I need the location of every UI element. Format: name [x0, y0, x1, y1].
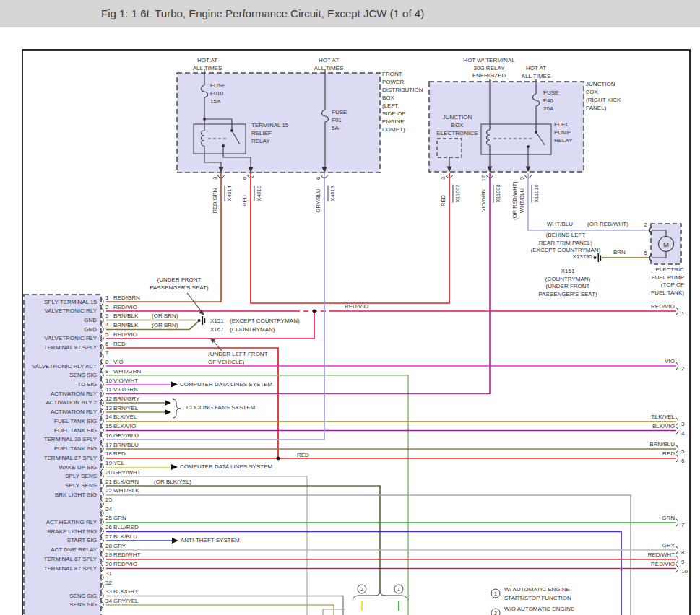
left-pin-number: 1	[105, 295, 108, 301]
left-pin-number: 15	[105, 423, 112, 429]
text-label: (OR RED/WHT)	[587, 221, 628, 227]
left-pin-number: 24	[105, 506, 112, 512]
wire-row-11	[106, 173, 490, 394]
top-wire-color-label: RED	[440, 195, 446, 206]
wire-color-label: BRN/BLK	[113, 322, 138, 328]
text-label: RED/VIO	[345, 303, 368, 310]
right-pin-arc	[676, 418, 678, 425]
wire-color-label: BRN/GRY	[113, 396, 139, 402]
text-label: (COUNTRYMAN)	[230, 326, 275, 333]
wire-color-label: BLK/GRN	[113, 479, 139, 485]
right-pin-arc	[676, 445, 678, 453]
text-line: FUEL PUMP	[652, 274, 685, 281]
text-line: REAR TRIM PANEL)	[539, 240, 592, 246]
wire-color-label: YEL	[113, 460, 124, 466]
text-line: HOT AT	[197, 57, 217, 64]
text-line: (BEHIND LEFT	[546, 232, 586, 238]
arrowhead	[199, 310, 205, 316]
left-pin-number: 13	[105, 405, 112, 411]
left-pin-number: 2	[105, 304, 108, 310]
left-pin-number: 31	[105, 570, 112, 577]
contact-dot	[230, 129, 233, 132]
right-pin-arc	[676, 556, 678, 563]
top-pin-number: 3	[440, 177, 446, 180]
text-line: OF VEHICLE)	[208, 359, 244, 365]
contact-dot	[222, 144, 225, 147]
text-line: X151	[561, 268, 575, 274]
left-pin-number: 9	[105, 368, 108, 375]
wire-junction-dot-red	[277, 457, 280, 461]
left-connector-label: VALVETRONIC RLY	[45, 308, 97, 314]
x151-splice-bar	[202, 316, 204, 325]
top-pin-number: 3	[212, 177, 218, 180]
text-line: ENGINE	[382, 118, 405, 125]
left-connector-label: ACT HEATING RLY	[46, 519, 97, 525]
right-pin-wire-label: GRN	[662, 515, 675, 521]
wire-color-label: BRN/BLU	[113, 442, 139, 448]
wire-color-label: BRN/YEL	[113, 405, 138, 411]
left-pin-number: 32	[105, 580, 112, 586]
wire-color-label: GRY/YEL	[113, 598, 139, 604]
right-pin-arc	[676, 565, 678, 572]
text-label: X167	[210, 326, 224, 333]
text-line: FUSE	[543, 90, 558, 96]
system-ref-arrow	[165, 400, 171, 406]
left-connector-label: GND	[84, 317, 97, 323]
left-connector-label: FUEL TANK SIG	[54, 427, 97, 434]
wire-color-label: BLU/RED	[113, 524, 139, 531]
wire-color-label: RED/GRN	[113, 295, 140, 301]
wire-color-label: VIO	[113, 359, 124, 365]
right-pin-wire-label: RED/WHT	[648, 551, 675, 558]
wire-color-label: GRY	[113, 543, 126, 549]
x13795-splice-bar	[600, 256, 601, 261]
left-connector-label: WAKE UP SIG	[59, 464, 97, 471]
text-line: PANEL)	[586, 105, 606, 111]
left-connector-label: ACTIVATION RLY	[51, 409, 97, 415]
x151-splice-bar	[204, 318, 205, 324]
top-pin-number: 9	[519, 177, 525, 180]
wire-alt-note: (OR BRN)	[152, 322, 178, 328]
text-label: WHT/BLU	[547, 221, 573, 227]
wire-color-label: BLK/YEL	[113, 414, 137, 420]
left-pin-number: 16	[105, 432, 112, 439]
text-label: X151	[210, 318, 224, 324]
left-connector-label: TERMINAL 30 SPLY	[44, 436, 97, 442]
text-line: 15A	[210, 98, 220, 105]
left-connector-label: VALVETRONIC RLY ACT	[32, 363, 97, 370]
left-pin-number: 5	[105, 331, 108, 338]
wire-color-label: RED/VIO	[113, 561, 137, 567]
system-ref-label: COMPUTER DATA LINES SYSTEM	[180, 381, 272, 388]
right-pin-number: 10	[681, 568, 688, 575]
text-line: 20A	[543, 105, 553, 112]
wire-color-label: WHT/GRN	[113, 368, 141, 375]
text-label: BRN	[613, 249, 626, 256]
junction-dot	[203, 118, 206, 121]
red-terminal87-rail	[251, 173, 449, 303]
wire-color-label: BRN/BLK	[113, 313, 138, 319]
wire-color-label: RED/WHT	[113, 551, 140, 558]
left-connector-label: TERMINAL 87 SPLY	[44, 455, 97, 461]
left-pin-number: 18	[105, 450, 112, 457]
text-line: F01	[332, 117, 342, 123]
left-pin-number: 20	[105, 469, 112, 476]
left-connector-label: FUEL TANK SIG	[54, 445, 97, 452]
right-pin-number: 1	[681, 310, 684, 317]
right-pin-arc	[676, 455, 678, 462]
right-pin-wire-label: RED	[662, 450, 675, 457]
left-connector-label: TERMINAL 87 SPLY	[44, 556, 97, 562]
left-connector-label: BRK LIGHT SIG	[55, 492, 97, 498]
wire-color-label: GRN	[113, 515, 126, 521]
left-pin-number: 29	[105, 551, 112, 558]
left-pin-number: 3	[105, 313, 108, 319]
wire-color-label: RED/VIO	[113, 331, 137, 338]
right-pin-wire-label: BRN/BLU	[649, 441, 675, 448]
left-pin-number: 10	[105, 378, 112, 384]
system-ref-label: ANTI-THEFT SYSTEM	[181, 537, 240, 544]
legend-circle-1: 1	[491, 589, 501, 598]
wiring-diagram-page: Fig 1: 1.6L Turbo, Engine Performance Ci…	[0, 0, 700, 615]
wire-color-label: BLK/VIO	[113, 423, 136, 429]
annotation-arrow-1	[187, 293, 203, 313]
system-ref-label: COOLING FANS SYSTEM	[186, 404, 255, 411]
left-pin-number: 33	[105, 588, 112, 595]
text-label: 5	[644, 250, 647, 256]
